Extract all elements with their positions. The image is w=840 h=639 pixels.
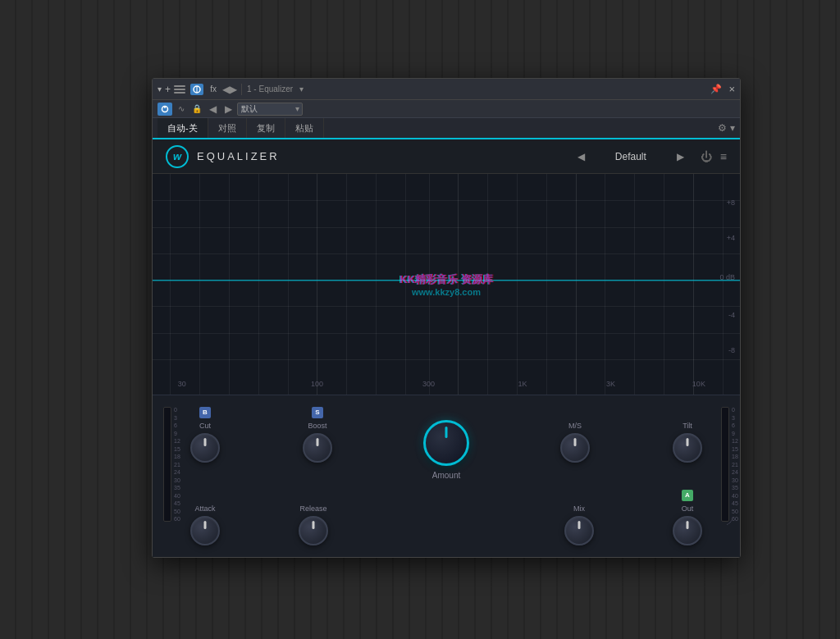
knobs-top-row: B Cut S Boost Amount [190, 407, 702, 480]
attack-knob[interactable] [190, 516, 220, 545]
preset-nav: ◀ Default ▶ [578, 151, 684, 162]
preset-prev-button[interactable]: ◀ [578, 151, 585, 162]
boost-badge-s: S [312, 407, 323, 418]
next-button[interactable]: ▶ [221, 103, 235, 116]
track-number: 1 - Equalizer [247, 84, 293, 94]
toolbar-row: ∿ 🔒 ◀ ▶ 默认 [153, 100, 740, 118]
preset-next-button[interactable]: ▶ [677, 151, 684, 162]
plugin-header: w EQUALIZER ◀ Default ▶ ⏻ ≡ [153, 139, 740, 174]
title-bar: ▾ + fx ◀▶ 1 - Equalizer ▾ 📌 × [153, 79, 740, 100]
tabs-row: 自动-关 对照 复制 粘贴 ⚙ ▾ [153, 118, 740, 139]
tab-paste[interactable]: 粘贴 [285, 118, 324, 138]
eq-display[interactable]: +8 +4 0 dB -4 -8 30 100 300 1K 3K 10K KK… [153, 174, 740, 395]
ms-group: M/S [560, 407, 590, 463]
instrument-icon[interactable] [190, 84, 203, 95]
amount-label: Amount [432, 471, 460, 480]
cut-badge-b: B [199, 407, 211, 418]
out-badge-a: A [682, 490, 693, 501]
mix-knob[interactable] [564, 516, 594, 545]
pin-button[interactable]: 📌 [710, 84, 722, 94]
tilt-label: Tilt [682, 422, 692, 430]
tab-copy[interactable]: 复制 [247, 118, 285, 138]
power-button[interactable] [158, 103, 172, 116]
mix-label: Mix [573, 504, 585, 513]
vu-meter-left: 0 3 6 9 12 15 18 21 24 30 35 40 45 50 60 [153, 404, 182, 549]
plugin-name: EQUALIZER [197, 150, 578, 162]
cut-group: B Cut [190, 407, 220, 463]
amount-knob[interactable] [423, 420, 469, 466]
ms-knob[interactable] [560, 433, 590, 463]
tilt-knob[interactable] [673, 433, 702, 463]
lock-button[interactable]: 🔒 [190, 103, 203, 116]
title-arrow[interactable]: ▾ [158, 84, 162, 94]
knobs-bottom-row: Attack Release Mix [190, 490, 702, 545]
plugin-logo: w [166, 145, 189, 168]
mix-group: Mix [564, 490, 594, 545]
preset-dropdown-arrow[interactable]: ▾ [299, 84, 304, 94]
play-icon[interactable]: ◀▶ [223, 84, 236, 95]
release-label: Release [299, 504, 326, 513]
title-add[interactable]: + [165, 84, 171, 95]
eq-curve [153, 174, 740, 395]
vu-bar-right [721, 407, 729, 522]
view-icon[interactable] [174, 84, 187, 95]
vu-bar-left [163, 407, 171, 522]
release-knob[interactable] [299, 516, 328, 545]
cut-label: Cut [199, 422, 211, 430]
plugin-menu-button[interactable]: ≡ [720, 150, 727, 163]
preset-selector[interactable]: 默认 [237, 103, 303, 116]
release-group: Release [299, 490, 328, 545]
close-button[interactable]: × [728, 83, 735, 95]
diagonal-decoration: ⟋ [724, 515, 736, 528]
fx-icon[interactable]: fx [207, 84, 220, 95]
out-label: Out [682, 504, 694, 513]
tilt-group: Tilt [673, 407, 702, 463]
out-knob[interactable] [673, 516, 702, 545]
controls-section: 0 3 6 9 12 15 18 21 24 30 35 40 45 50 60 [153, 395, 740, 557]
cut-knob[interactable] [190, 433, 220, 463]
preset-name: Default [598, 151, 664, 162]
boost-group: S Boost [303, 407, 332, 463]
boost-knob[interactable] [303, 433, 332, 463]
settings-button[interactable]: ⚙ ▾ [718, 118, 735, 138]
out-group: A Out [673, 490, 702, 545]
prev-button[interactable]: ◀ [206, 103, 219, 116]
wave-button[interactable]: ∿ [175, 103, 188, 116]
knobs-area: B Cut S Boost Amount [182, 404, 710, 549]
ms-label: M/S [568, 422, 582, 430]
boost-label: Boost [308, 422, 326, 430]
tab-auto[interactable]: 自动-关 [158, 118, 208, 138]
tab-compare[interactable]: 对照 [208, 118, 247, 138]
plugin-power-button[interactable]: ⏻ [701, 150, 712, 163]
gear-icon: ⚙ [718, 122, 727, 134]
amount-group: Amount [423, 407, 469, 480]
attack-group: Attack [190, 490, 220, 545]
attack-label: Attack [194, 504, 215, 513]
plugin-window: ▾ + fx ◀▶ 1 - Equalizer ▾ 📌 × ∿ 🔒 ◀ ▶ 默认 [152, 78, 741, 558]
vu-meter-right: 0 3 6 9 12 15 18 21 24 30 35 40 45 50 60 [710, 404, 740, 549]
